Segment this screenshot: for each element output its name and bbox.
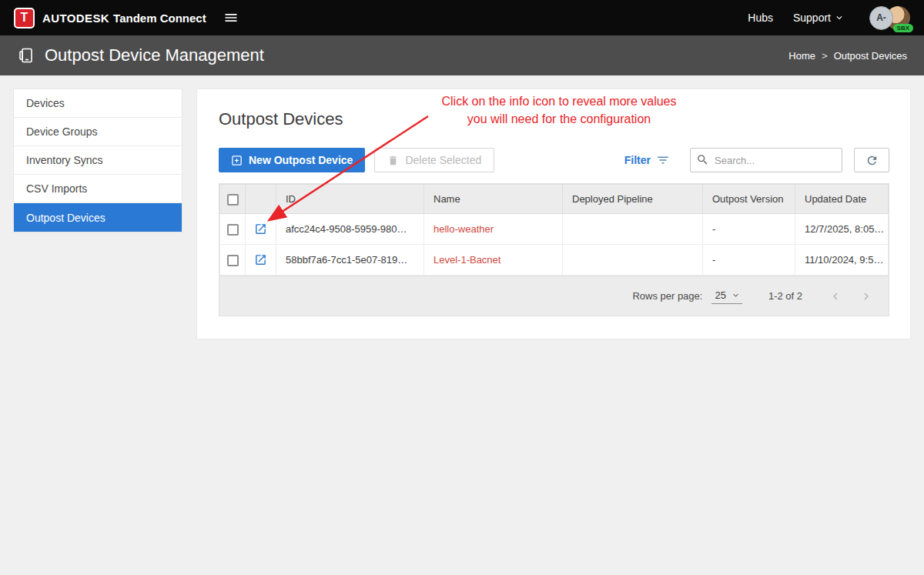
search-icon [696,153,709,166]
filter-button[interactable]: Filter [624,153,670,167]
panel-title: Outpost Devices [219,109,889,129]
page-header: Outpost Device Management Home > Outpost… [0,35,924,75]
search-box [690,148,842,172]
top-bar: T AUTODESKTandem Connect Hubs Support A-… [0,0,924,35]
table-row: afcc24c4-9508-5959-980… hello-weather - … [220,214,889,245]
nav-support[interactable]: Support [793,12,845,24]
search-input[interactable] [690,148,842,172]
menu-icon[interactable] [223,10,239,25]
header-outpost-version: Outpost Version [703,185,795,214]
new-outpost-device-button[interactable]: New Outpost Device [219,148,365,172]
row-checkbox[interactable] [227,255,239,266]
sidebar-item-devices[interactable]: Devices [14,89,182,118]
breadcrumb-home[interactable]: Home [788,50,815,62]
updated-date: 12/7/2025, 8:05… [795,214,889,245]
main-panel: Outpost Devices New Outpost Device Delet… [196,89,911,339]
account-avatars[interactable]: A- SBX [869,6,910,30]
header-deployed-pipeline: Deployed Pipeline [563,185,703,214]
page-title: Outpost Device Management [45,45,264,65]
select-all-checkbox[interactable] [227,194,239,206]
nav-hubs[interactable]: Hubs [748,12,773,24]
breadcrumb: Home > Outpost Devices [788,50,907,62]
environment-badge: SBX [893,24,913,32]
previous-page-button[interactable] [829,289,842,303]
sidebar-item-csv-imports[interactable]: CSV Imports [14,175,182,203]
outpost-version: - [703,245,795,276]
sidebar-item-outpost-devices[interactable]: Outpost Devices [14,203,182,232]
sidebar-item-inventory-syncs[interactable]: Inventory Syncs [14,146,182,175]
refresh-button[interactable] [854,148,889,172]
breadcrumb-separator: > [822,50,828,62]
refresh-icon [865,154,879,167]
header-name: Name [424,185,563,214]
open-details-icon[interactable] [254,253,267,266]
brand-text: AUTODESKTandem Connect [42,12,206,25]
tandem-logo[interactable]: T [14,8,35,28]
brand-product: Tandem Connect [113,12,206,25]
next-page-button[interactable] [859,289,873,303]
updated-date: 11/10/2024, 9:5… [795,245,889,276]
device-name-link[interactable]: Level-1-Bacnet [434,254,500,266]
devices-table: ID Name Deployed Pipeline Outpost Versio… [219,183,889,316]
delete-selected-button[interactable]: Delete Selected [374,148,494,172]
device-id: 58bbf7a6-7cc1-5e07-819… [276,245,424,276]
rows-per-page-label: Rows per page: [632,290,702,302]
header-id: ID [276,185,424,214]
open-details-icon[interactable] [254,222,267,236]
device-name-link[interactable]: hello-weather [434,223,494,235]
avatar-initials[interactable]: A- [869,6,893,30]
top-nav: Hubs Support A- SBX [748,6,910,30]
deployed-pipeline [563,245,703,276]
row-checkbox[interactable] [227,224,239,236]
rows-per-page-select[interactable]: 25 [711,288,742,304]
header-icon-column [246,185,276,214]
trash-icon [387,155,399,166]
device-id: afcc24c4-9508-5959-980… [276,214,424,245]
logo-letter: T [21,11,28,25]
outpost-version: - [703,214,795,245]
brand-autodesk: AUTODESK [42,12,109,25]
device-icon [17,46,35,65]
plus-icon [231,155,243,166]
pagination-bar: Rows per page: 25 1-2 of 2 [219,276,889,316]
filter-icon [656,153,670,167]
table-row: 58bbf7a6-7cc1-5e07-819… Level-1-Bacnet -… [220,245,889,276]
pagination-range: 1-2 of 2 [768,290,802,302]
breadcrumb-current[interactable]: Outpost Devices [834,50,907,62]
chevron-down-icon [731,290,741,300]
table-header-row: ID Name Deployed Pipeline Outpost Versio… [220,185,889,214]
chevron-down-icon [834,12,845,23]
header-updated-date: Updated Date [795,185,889,214]
sidebar-item-device-groups[interactable]: Device Groups [14,118,182,146]
deployed-pipeline [563,214,703,245]
sidebar: Devices Device Groups Inventory Syncs CS… [13,89,182,232]
toolbar: New Outpost Device Delete Selected Filte… [219,148,889,172]
